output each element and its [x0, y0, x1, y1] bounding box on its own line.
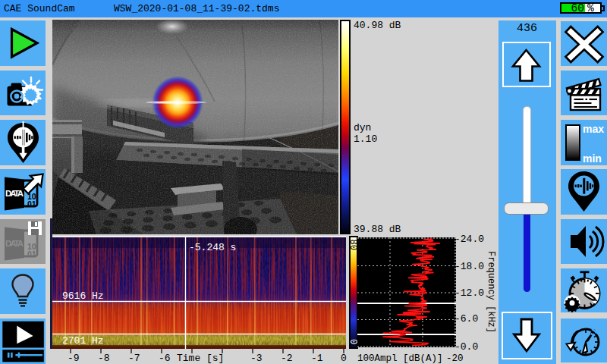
svg-text:0: 0 — [349, 339, 358, 344]
svg-text:01: 01 — [27, 199, 36, 209]
svg-text:-5.248 s: -5.248 s — [189, 242, 236, 253]
svg-text:2701 Hz: 2701 Hz — [62, 335, 104, 347]
svg-text:DATA: DATA — [5, 238, 24, 247]
svg-text:9616 Hz: 9616 Hz — [62, 290, 104, 302]
svg-text:01: 01 — [27, 249, 36, 258]
svg-text:DATA: DATA — [5, 189, 24, 198]
svg-text:80: 80 — [349, 239, 358, 249]
